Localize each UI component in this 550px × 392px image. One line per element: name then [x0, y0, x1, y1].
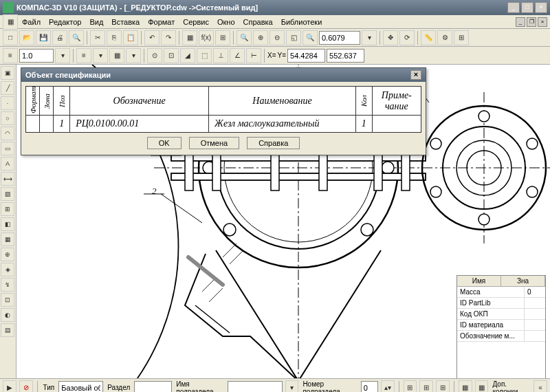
- menu-editor[interactable]: Редактор: [45, 17, 85, 28]
- cell-naim[interactable]: Жезл маслоуказательный: [209, 116, 356, 133]
- zoom-input[interactable]: [319, 31, 360, 45]
- tool-icon[interactable]: ⊞: [215, 30, 230, 45]
- coord-y-input[interactable]: [327, 49, 364, 63]
- snap-icon[interactable]: ⬚: [197, 48, 212, 63]
- grid-icon[interactable]: ⊞: [436, 380, 450, 393]
- text-icon[interactable]: A: [1, 157, 14, 171]
- menu-insert[interactable]: Вставка: [107, 17, 144, 28]
- tool-icon[interactable]: ▤: [1, 323, 14, 337]
- scale-input[interactable]: [19, 49, 54, 63]
- line-icon[interactable]: ╱: [1, 81, 14, 95]
- dialog-titlebar[interactable]: Объект спецификации ×: [21, 68, 426, 82]
- nomer-input[interactable]: [361, 381, 378, 393]
- ok-button[interactable]: OK: [147, 137, 182, 149]
- print-icon[interactable]: 🖨: [52, 30, 67, 45]
- snap-icon[interactable]: ⊡: [164, 48, 179, 63]
- tool-icon[interactable]: ◈: [1, 263, 14, 276]
- copy-icon[interactable]: ⎘: [107, 30, 122, 45]
- menu-file[interactable]: Файл: [18, 17, 45, 28]
- cancel-button[interactable]: Отмена: [189, 137, 239, 149]
- menu-service[interactable]: Сервис: [179, 17, 213, 28]
- menu-libraries[interactable]: Библиотеки: [277, 17, 327, 28]
- close-button[interactable]: ×: [535, 2, 547, 13]
- new-icon[interactable]: □: [3, 30, 18, 45]
- help-button[interactable]: Справка: [247, 137, 300, 149]
- redo-icon[interactable]: ↷: [161, 30, 176, 45]
- expand-icon[interactable]: «: [534, 380, 547, 393]
- type-input[interactable]: [58, 381, 103, 393]
- spec-row[interactable]: 1 РЦ0.0100.00.01 Жезл маслоуказательный …: [26, 116, 421, 133]
- prop-col-value[interactable]: Зна: [501, 276, 545, 286]
- tool-icon[interactable]: ⊕: [1, 248, 14, 261]
- grid-icon[interactable]: ⊞: [419, 380, 433, 393]
- stop-icon[interactable]: ⊘: [19, 380, 33, 393]
- rect-icon[interactable]: ▭: [1, 142, 14, 155]
- app-menu-icon[interactable]: ▦: [3, 14, 18, 30]
- rotate-icon[interactable]: ⟳: [399, 30, 415, 45]
- minimize-button[interactable]: _: [507, 2, 520, 13]
- imya-input[interactable]: [228, 381, 283, 393]
- dropdown-icon[interactable]: ▾: [285, 380, 299, 393]
- zoom-window-icon[interactable]: 🔍: [236, 30, 252, 45]
- cell-prim[interactable]: [372, 116, 421, 133]
- menu-format[interactable]: Формат: [144, 17, 179, 28]
- tool-icon[interactable]: ⊞: [1, 202, 14, 216]
- tool-icon[interactable]: ⊞: [454, 30, 469, 45]
- menu-window[interactable]: Окно: [213, 17, 239, 28]
- tool-icon[interactable]: ▦: [182, 30, 197, 45]
- dropdown-icon[interactable]: ▾: [55, 48, 70, 63]
- dim-icon[interactable]: ⟷: [1, 172, 14, 186]
- color-icon[interactable]: ▦: [109, 48, 124, 63]
- pan-icon[interactable]: ✥: [383, 30, 398, 45]
- tool-icon[interactable]: f(x): [199, 30, 214, 45]
- mdi-restore[interactable]: ❐: [527, 17, 536, 27]
- cell-format[interactable]: [26, 116, 40, 133]
- cell-oboz[interactable]: РЦ0.0100.00.01: [70, 116, 209, 133]
- zoom-realtime-icon[interactable]: 🔍: [302, 30, 318, 45]
- arc-icon[interactable]: ◠: [1, 127, 14, 140]
- snap-icon[interactable]: ⊙: [147, 48, 162, 63]
- measure-icon[interactable]: 📏: [421, 30, 436, 45]
- maximize-button[interactable]: □: [521, 2, 534, 13]
- cut-icon[interactable]: ✂: [90, 30, 105, 45]
- undo-icon[interactable]: ↶: [144, 30, 160, 45]
- dialog-close-button[interactable]: ×: [410, 70, 421, 80]
- snap-icon[interactable]: ⊢: [246, 48, 261, 63]
- hatch-icon[interactable]: ▨: [1, 187, 14, 201]
- tool-icon[interactable]: ⊡: [1, 293, 14, 307]
- tool-icon[interactable]: ↯: [1, 278, 14, 292]
- dropdown-icon[interactable]: ▾: [126, 48, 141, 63]
- coord-x-input[interactable]: [287, 49, 325, 63]
- tool-icon[interactable]: ◐: [1, 308, 14, 322]
- razdel-input[interactable]: [134, 381, 172, 393]
- tool-icon[interactable]: ⚙: [437, 30, 452, 45]
- cell-poz[interactable]: 1: [54, 116, 70, 133]
- zoom-in-icon[interactable]: ⊕: [253, 30, 268, 45]
- snap-icon[interactable]: ∠: [230, 48, 245, 63]
- tool-icon[interactable]: ◧: [1, 217, 14, 231]
- point-icon[interactable]: ·: [1, 96, 14, 110]
- cell-zona[interactable]: [40, 116, 54, 133]
- mdi-minimize[interactable]: _: [516, 17, 525, 27]
- mdi-close[interactable]: ×: [538, 17, 547, 27]
- prop-col-name[interactable]: Имя: [457, 276, 501, 286]
- dropdown-icon[interactable]: ▾: [93, 48, 108, 63]
- save-icon[interactable]: 💾: [36, 30, 51, 45]
- linetype-icon[interactable]: ≡: [76, 48, 91, 63]
- snap-icon[interactable]: ⊥: [213, 48, 228, 63]
- menu-view[interactable]: Вид: [85, 17, 107, 28]
- tool-icon[interactable]: ▦: [459, 380, 472, 393]
- tool-icon[interactable]: ▦: [1, 232, 14, 246]
- grid-icon[interactable]: ⊞: [404, 380, 417, 393]
- circle-icon[interactable]: ○: [1, 111, 14, 125]
- spinner-icon[interactable]: ▴▾: [381, 380, 395, 393]
- dropdown-icon[interactable]: ▾: [362, 30, 377, 45]
- arrow-icon[interactable]: ▶: [3, 380, 16, 393]
- paste-icon[interactable]: 📋: [123, 30, 138, 45]
- zoom-out-icon[interactable]: ⊖: [270, 30, 285, 45]
- snap-icon[interactable]: ◢: [180, 48, 195, 63]
- preview-icon[interactable]: 🔍: [69, 30, 84, 45]
- zoom-fit-icon[interactable]: ◱: [286, 30, 301, 45]
- menu-help[interactable]: Справка: [239, 17, 277, 28]
- cell-kol[interactable]: 1: [355, 116, 372, 133]
